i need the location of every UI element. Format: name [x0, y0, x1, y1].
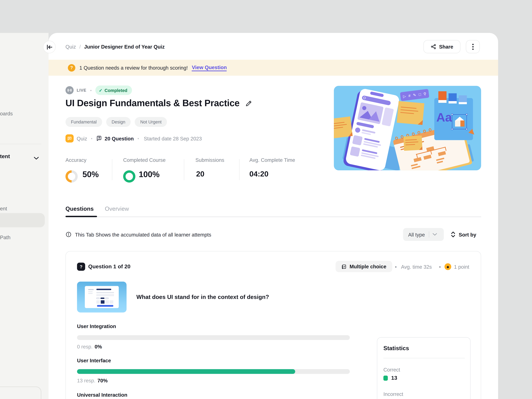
- tab-bar: Questions Overview: [65, 206, 129, 212]
- sticky-note: [397, 101, 424, 125]
- option-result: 0 resp.0%: [77, 344, 102, 349]
- option-result: 13 resp.70%: [77, 378, 108, 383]
- chevron-down-icon[interactable]: [34, 155, 39, 161]
- color-swatch: [438, 91, 446, 103]
- breadcrumb: Quiz / Junior Designer End of Year Quiz: [65, 43, 165, 50]
- kebab-icon: [472, 44, 474, 50]
- sidebar-section-content[interactable]: tent: [0, 153, 10, 159]
- stat-value-avg-time: 04:20: [249, 170, 268, 178]
- stat-divider: [184, 159, 184, 180]
- tag-not-urgent: Not Urgent: [135, 117, 167, 127]
- status-row: LIVE • ✓ Completed: [65, 85, 132, 95]
- quiz-meta-row: Quiz • 20 Question • Started date 28 Sep…: [65, 134, 202, 143]
- more-options-button[interactable]: [466, 40, 480, 53]
- question-mark-icon: ?: [77, 263, 85, 271]
- option-bar: [77, 335, 350, 340]
- tab-overview[interactable]: Overview: [105, 206, 129, 212]
- statistics-title: Statistics: [383, 345, 409, 352]
- share-label: Share: [439, 44, 453, 50]
- sidebar-item-assessment[interactable]: ent: [0, 206, 7, 211]
- dot-separator: •: [439, 251, 441, 282]
- live-label: LIVE: [77, 88, 86, 93]
- review-banner: ? 1 Question needs a review for thorough…: [49, 60, 498, 76]
- color-swatch: [449, 93, 457, 103]
- quiz-type-label: Quiz: [77, 136, 87, 141]
- share-button[interactable]: Share: [423, 40, 460, 53]
- info-icon: [65, 231, 72, 238]
- sidebar-promo-card: [0, 386, 41, 399]
- tag-fundamental: Fundamental: [65, 117, 102, 127]
- stat-label-avg-time: Avg. Complete Time: [249, 157, 295, 163]
- correct-dot-icon: [383, 375, 388, 380]
- list-toolbar: This Tab Shows the accumulated data of a…: [65, 228, 481, 241]
- point-icon: ◆: [444, 263, 451, 270]
- question-thumbnail[interactable]: [77, 282, 127, 313]
- sidebar-item-selected[interactable]: [0, 213, 45, 227]
- tab-underline-active: [65, 216, 97, 217]
- color-swatch: [459, 95, 467, 104]
- stat-label-completed: Completed Course: [123, 157, 165, 163]
- incorrect-label: Incorrect: [383, 391, 403, 397]
- app-root: oards tent ent Path g AI y action on app…: [0, 0, 532, 399]
- page-title-row: UI Design Fundamentals & Best Practice: [65, 98, 252, 109]
- sort-icon: [451, 231, 455, 238]
- sticky-note: [403, 136, 423, 151]
- status-badge: ✓ Completed: [95, 85, 132, 95]
- collapse-left-icon: [46, 45, 52, 50]
- checkbox-icon: [342, 264, 347, 269]
- question-text: What does UI stand for in the context of…: [136, 282, 269, 313]
- dot-separator: •: [90, 88, 92, 93]
- quiz-chat-icon: [65, 134, 74, 142]
- dot-separator: •: [91, 136, 92, 141]
- tab-underline: [65, 216, 481, 217]
- info-text: This Tab Shows the accumulated data of a…: [75, 232, 211, 237]
- type-filter-dropdown[interactable]: All type: [403, 228, 444, 241]
- option-bar: [77, 369, 350, 374]
- dot-separator: •: [395, 251, 397, 282]
- sidebar: oards tent ent Path g AI y action on app: [0, 33, 49, 399]
- question-type-label: Multiple choice: [349, 264, 386, 269]
- tab-questions[interactable]: Questions: [65, 206, 94, 212]
- stat-divider: [112, 159, 112, 180]
- stat-divider: [239, 159, 240, 180]
- correct-value: 13: [391, 375, 397, 381]
- live-broadcast-icon: [65, 86, 74, 94]
- sort-by-button[interactable]: Sort by: [451, 228, 476, 241]
- check-icon: ✓: [99, 88, 102, 93]
- sidebar-item-dashboards[interactable]: oards: [0, 111, 13, 116]
- chevron-down-icon: [433, 233, 437, 236]
- main-panel: Quiz / Junior Designer End of Year Quiz …: [49, 33, 498, 399]
- sort-label: Sort by: [459, 232, 476, 237]
- breadcrumb-quiz[interactable]: Quiz: [65, 44, 76, 49]
- dot-separator: •: [138, 136, 139, 141]
- quiz-cover-illustration: ▷#✎□⚲ Aa: [334, 86, 481, 170]
- question-bubble-icon: [96, 135, 102, 141]
- stat-label-submissions: Submissions: [195, 157, 224, 163]
- tag-list: Fundamental Design Not Urgent: [65, 117, 167, 127]
- view-question-link[interactable]: View Question: [192, 64, 227, 71]
- share-icon: [431, 44, 436, 50]
- thumbnail-mini-ui: [85, 286, 119, 308]
- stats-row: Accuracy 50% Completed Course 100% Submi…: [49, 157, 334, 184]
- sidebar-collapse-button[interactable]: [43, 41, 56, 53]
- edit-pencil-icon[interactable]: [245, 100, 252, 107]
- question-warning-icon: ?: [68, 64, 75, 71]
- option-label: User Interface: [77, 358, 111, 363]
- status-label: Completed: [105, 88, 127, 93]
- question-card-header: ? Question 1 of 20 Multiple choice • Avg…: [66, 251, 481, 282]
- point-value: 1 point: [454, 251, 469, 282]
- stat-value-submissions: 20: [196, 170, 204, 178]
- question-count: 20 Question: [105, 136, 134, 141]
- avg-time: Avg. time 32s: [401, 251, 432, 282]
- stat-value-accuracy: 50%: [82, 170, 99, 179]
- tag-design: Design: [106, 117, 131, 127]
- completed-donut: [123, 170, 135, 183]
- cube-selection-graphic: [452, 114, 467, 129]
- stat-label-accuracy: Accuracy: [65, 157, 86, 163]
- correct-row: 13: [383, 375, 397, 381]
- design-toolbar-graphic: ▷#✎□⚲: [400, 89, 429, 101]
- filter-divider: [429, 231, 429, 238]
- info-row: This Tab Shows the accumulated data of a…: [65, 228, 211, 241]
- sidebar-item-path[interactable]: Path: [0, 234, 10, 240]
- stat-value-completed: 100%: [139, 170, 160, 179]
